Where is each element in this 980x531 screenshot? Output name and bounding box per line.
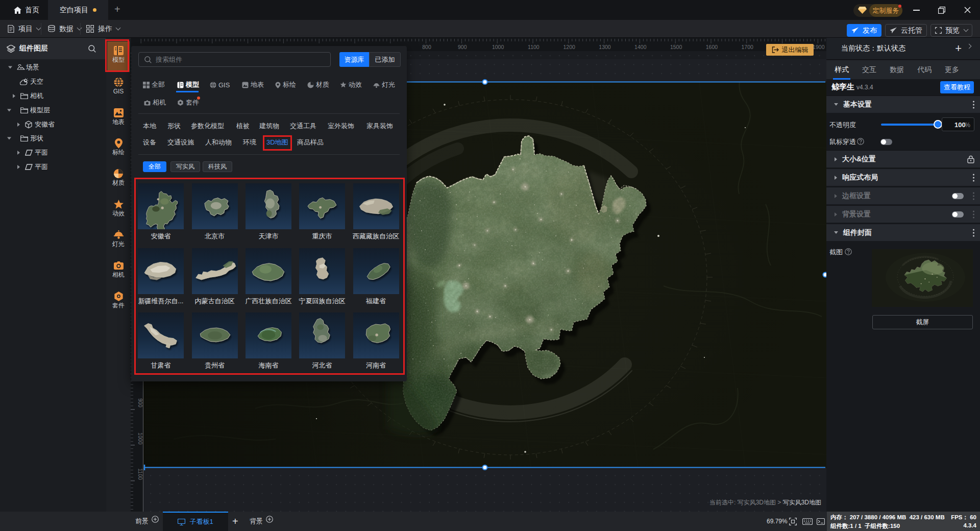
svg-text:1700: 1700 xyxy=(742,44,754,50)
svg-text:1300: 1300 xyxy=(599,44,611,50)
svg-text:1400: 1400 xyxy=(634,44,647,50)
svg-text:900: 900 xyxy=(137,398,143,407)
svg-text:800: 800 xyxy=(422,44,431,50)
svg-text:1900: 1900 xyxy=(813,44,825,50)
svg-text:1500: 1500 xyxy=(670,44,682,50)
svg-text:1000: 1000 xyxy=(137,432,143,445)
svg-text:900: 900 xyxy=(458,44,467,50)
svg-text:1100: 1100 xyxy=(528,44,540,50)
svg-text:1600: 1600 xyxy=(706,44,718,50)
svg-text:1100: 1100 xyxy=(137,468,143,480)
svg-text:1200: 1200 xyxy=(564,44,576,50)
svg-text:1000: 1000 xyxy=(492,44,504,50)
